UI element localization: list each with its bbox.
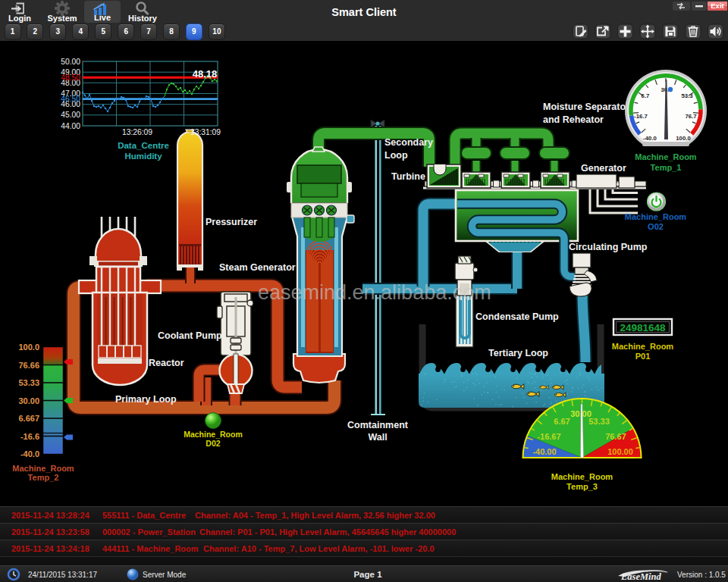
- svg-text:P01: P01: [635, 352, 651, 361]
- svg-text:Machine_Room: Machine_Room: [184, 430, 243, 439]
- svg-text:53.33: 53.33: [588, 417, 610, 426]
- svg-text:Data_Centre: Data_Centre: [118, 141, 169, 150]
- svg-text:48.50: 48.50: [61, 74, 80, 82]
- svg-text:Turbine: Turbine: [391, 171, 425, 182]
- svg-text:Primary Loop: Primary Loop: [115, 394, 177, 405]
- svg-text:13:26:09: 13:26:09: [122, 128, 152, 136]
- svg-text:-16.6: -16.6: [20, 432, 39, 441]
- svg-text:6.67: 6.67: [554, 417, 570, 426]
- svg-text:Reactor: Reactor: [149, 358, 184, 368]
- svg-text:76.67: 76.67: [605, 432, 626, 441]
- svg-text:48.18: 48.18: [193, 68, 218, 80]
- svg-text:-16.67: -16.67: [537, 432, 560, 441]
- svg-text:Moisture Separator: Moisture Separator: [543, 102, 629, 112]
- svg-text:D02: D02: [206, 439, 220, 448]
- svg-text:13:31:09: 13:31:09: [190, 128, 221, 136]
- svg-text:Exit: Exit: [711, 2, 724, 10]
- svg-text:Machine_Room: Machine_Room: [551, 472, 613, 481]
- svg-text:Temp_2: Temp_2: [28, 473, 59, 482]
- svg-text:Pressurizer: Pressurizer: [206, 217, 257, 227]
- svg-text:Machine_Room: Machine_Room: [12, 464, 74, 473]
- svg-text:100.0: 100.0: [676, 135, 691, 142]
- svg-text:Temp_3: Temp_3: [566, 482, 598, 491]
- svg-text:76.66: 76.66: [18, 361, 39, 370]
- svg-text:Temp_1: Temp_1: [651, 163, 682, 172]
- svg-text:EaseMind: EaseMind: [620, 571, 662, 582]
- svg-text:-40.00: -40.00: [532, 447, 556, 456]
- svg-text:and Reheator: and Reheator: [543, 114, 604, 125]
- svg-text:Machine_Room: Machine_Room: [635, 152, 697, 161]
- svg-text:Machine_Room: Machine_Room: [612, 342, 674, 351]
- svg-text:-16.7: -16.7: [634, 113, 648, 120]
- svg-text:6.7: 6.7: [642, 92, 650, 99]
- svg-text:Generator: Generator: [581, 163, 626, 174]
- svg-text:76.7: 76.7: [685, 113, 696, 120]
- svg-text:Machine_Room: Machine_Room: [625, 212, 687, 221]
- svg-text:easemind.en.alibaba.com: easemind.en.alibaba.com: [258, 281, 491, 304]
- svg-text:Loop: Loop: [384, 150, 408, 161]
- svg-text:30.00: 30.00: [18, 396, 39, 405]
- svg-text:Secondary: Secondary: [384, 137, 433, 148]
- svg-text:100.0: 100.0: [18, 343, 39, 352]
- svg-text:Coolant Pump: Coolant Pump: [158, 330, 222, 341]
- svg-text:50.00: 50.00: [61, 58, 80, 66]
- svg-text:Humidity: Humidity: [124, 152, 162, 161]
- svg-text:Wall: Wall: [368, 432, 387, 443]
- svg-text:6.667: 6.667: [18, 414, 39, 423]
- svg-text:46.50: 46.50: [61, 95, 80, 103]
- svg-text:24981648: 24981648: [620, 322, 666, 333]
- svg-text:Tertiary Loop: Tertiary Loop: [488, 348, 548, 358]
- svg-text:100.00: 100.00: [607, 447, 633, 456]
- svg-text:-40.0: -40.0: [643, 135, 657, 142]
- svg-text:Circulating Pump: Circulating Pump: [569, 242, 648, 252]
- svg-text:Condensate Pump: Condensate Pump: [475, 311, 559, 322]
- svg-text:Steam Generator: Steam Generator: [219, 262, 296, 273]
- svg-text:O02: O02: [648, 222, 664, 231]
- svg-text:45.00: 45.00: [61, 111, 80, 119]
- svg-text:44.00: 44.00: [61, 122, 80, 130]
- svg-text:53.33: 53.33: [18, 378, 39, 387]
- svg-text:53.3: 53.3: [681, 92, 693, 99]
- svg-text:Comtainment: Comtainment: [347, 420, 409, 430]
- svg-text:-40.0: -40.0: [20, 449, 39, 458]
